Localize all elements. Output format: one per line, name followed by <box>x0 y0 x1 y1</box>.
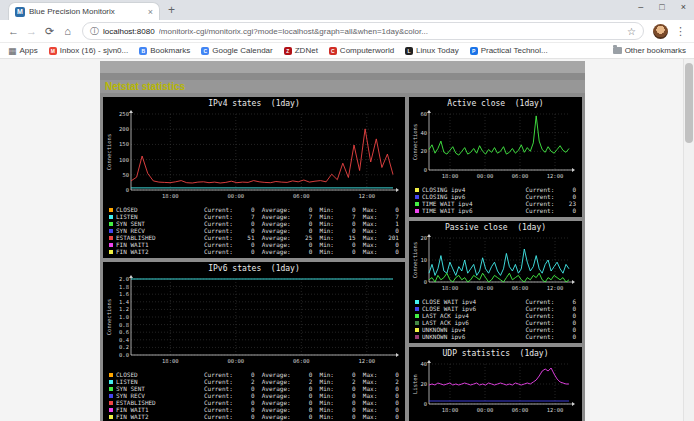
svg-text:1.8: 1.8 <box>119 284 129 290</box>
legend-row: SYN_SENTCurrent: 0 Average: 0 Min: 0 Max… <box>105 220 403 227</box>
legend-color-swatch <box>415 188 419 192</box>
svg-text:20: 20 <box>420 148 427 154</box>
legend-row: ESTABLISHEDCurrent: 51 Average: 25 Min: … <box>105 234 403 241</box>
svg-text:1.4: 1.4 <box>119 299 130 305</box>
charts-right-column: Active close (1day) 020406018:0000:0006:… <box>409 97 582 421</box>
chart-udp-statistics[interactable]: UDP statistics (1day) 0204018:0000:0006:… <box>409 347 582 421</box>
chart-title: Active close (1day) <box>411 99 580 109</box>
scrollbar-thumb[interactable] <box>685 63 693 143</box>
browser-menu-icon[interactable]: ⋮ <box>672 25 689 38</box>
legend-color-swatch <box>415 335 419 339</box>
legend-label: SYN_RECV <box>116 227 188 234</box>
svg-text:40: 40 <box>420 130 427 136</box>
bookmark-item[interactable]: LLinux Today <box>405 46 459 55</box>
svg-text:0: 0 <box>424 167 427 173</box>
svg-text:200: 200 <box>119 126 129 132</box>
bookmark-label: Computerworld <box>340 46 394 55</box>
svg-text:0: 0 <box>424 279 427 285</box>
chart-legend: CLOSING ipv4Current: 0CLOSING ipv6Curren… <box>411 186 580 214</box>
legend-color-swatch <box>415 202 419 206</box>
chart-title: UDP statistics (1day) <box>411 349 580 359</box>
new-tab-button[interactable]: + <box>168 1 175 19</box>
browser-tab-strip: M Blue Precision Monitorix × + – □ × <box>0 0 694 20</box>
page-info-icon[interactable]: ⓘ <box>90 25 99 38</box>
legend-values: Current: 0 Average: 0 Min: 0 Max: 0 <box>204 227 403 234</box>
legend-values: Current: 0 Average: 0 Min: 0 Max: 0 <box>204 406 403 413</box>
legend-label: FIN_WAIT2 <box>116 248 188 255</box>
other-bookmarks-button[interactable]: Other bookmarks <box>613 46 686 55</box>
svg-text:06:00: 06:00 <box>293 193 310 199</box>
bookmark-item[interactable]: ZZDNet <box>284 46 318 55</box>
legend-row: FIN_WAIT1Current: 0 Average: 0 Min: 0 Ma… <box>105 406 403 413</box>
chart-ipv6-states[interactable]: IPv6 states (1day) 0.00.20.40.60.81.01.2… <box>103 262 405 421</box>
legend-values: Current: 0 <box>525 186 580 193</box>
legend-label: LAST_ACK ipv4 <box>422 312 486 319</box>
legend-color-swatch <box>109 394 113 398</box>
bookmark-item[interactable]: CGoogle Calendar <box>201 46 272 55</box>
legend-color-swatch <box>415 328 419 332</box>
bookmark-item[interactable]: PPractical Technol... <box>470 46 548 55</box>
chart-title: IPv6 states (1day) <box>105 264 403 274</box>
legend-row: CLOSING ipv6Current: 0 <box>411 193 580 200</box>
svg-text:2.0: 2.0 <box>119 276 129 282</box>
legend-color-swatch <box>109 208 113 212</box>
browser-tab[interactable]: M Blue Precision Monitorix × <box>8 2 160 20</box>
legend-label: ESTABLISHED <box>116 234 188 241</box>
page-scrollbar[interactable] <box>683 59 694 421</box>
apps-grid-icon: ▦ <box>8 47 17 55</box>
chart-ipv4-states[interactable]: IPv4 states (1day) 05010015020025018:000… <box>103 97 405 258</box>
svg-text:00:00: 00:00 <box>477 407 494 413</box>
legend-row: CLOSEDCurrent: 0 Average: 0 Min: 0 Max: … <box>105 371 403 378</box>
bookmarks-bar: ▦AppsMInbox (16) - sjvn0...BBookmarksCGo… <box>0 43 694 59</box>
legend-row: SYN_SENTCurrent: 0 Average: 0 Min: 0 Max… <box>105 385 403 392</box>
chart-canvas: 0.00.20.40.60.81.01.21.41.61.82.018:0000… <box>105 274 403 366</box>
svg-text:18:00: 18:00 <box>162 193 179 199</box>
home-button-icon[interactable]: ⌂ <box>59 21 76 41</box>
legend-label: SYN_SENT <box>116 220 188 227</box>
svg-text:Connections: Connections <box>106 134 112 170</box>
tab-close-icon[interactable]: × <box>146 7 153 17</box>
svg-text:00:00: 00:00 <box>477 285 494 291</box>
chart-active-close[interactable]: Active close (1day) 020406018:0000:0006:… <box>409 97 582 217</box>
close-button[interactable]: × <box>681 2 686 12</box>
bookmark-item[interactable]: MInbox (16) - sjvn0... <box>49 46 128 55</box>
svg-text:100: 100 <box>119 157 129 163</box>
chart-title: Passive close (1day) <box>411 223 580 233</box>
page-viewport: Netstat statistics IPv4 states (1day) 05… <box>0 59 694 421</box>
chart-canvas: 0102018:0000:0006:0012:00Connections <box>411 233 579 293</box>
other-bookmarks-label: Other bookmarks <box>625 46 686 55</box>
svg-text:12:00: 12:00 <box>359 193 376 199</box>
legend-values: Current: 0 Average: 0 Min: 0 Max: 0 <box>204 248 403 255</box>
svg-text:06:00: 06:00 <box>293 358 310 364</box>
url-path: /monitorix-cgi/monitorix.cgi?mode=localh… <box>159 27 623 36</box>
legend-row: CLOSEDCurrent: 0 Average: 0 Min: 0 Max: … <box>105 206 403 213</box>
bookmark-item[interactable]: CComputerworld <box>329 46 394 55</box>
bookmark-label: Google Calendar <box>212 46 272 55</box>
bookmark-label: Linux Today <box>416 46 459 55</box>
back-button-icon[interactable]: ← <box>5 21 22 41</box>
chart-passive-close[interactable]: Passive close (1day) 0102018:0000:0006:0… <box>409 221 582 343</box>
window-controls: – □ × <box>638 2 686 12</box>
bookmark-label: ZDNet <box>295 46 318 55</box>
legend-values: Current: 0 <box>525 207 580 214</box>
chart-legend: CLOSEDCurrent: 0 Average: 0 Min: 0 Max: … <box>105 206 403 255</box>
svg-text:40: 40 <box>420 361 427 367</box>
bookmark-item[interactable]: BBookmarks <box>139 46 190 55</box>
legend-values: Current: 0 <box>525 193 580 200</box>
legend-color-swatch <box>109 229 113 233</box>
legend-color-swatch <box>415 307 419 311</box>
svg-text:18:00: 18:00 <box>442 173 459 179</box>
forward-button-icon[interactable]: → <box>23 21 40 41</box>
svg-text:1.0: 1.0 <box>119 314 129 320</box>
bookmark-item[interactable]: ▦Apps <box>8 46 38 55</box>
maximize-button[interactable]: □ <box>659 2 664 12</box>
address-bar[interactable]: ⓘ localhost:8080 /monitorix-cgi/monitori… <box>82 22 644 40</box>
reload-button-icon[interactable]: ⟳ <box>41 21 58 41</box>
profile-avatar[interactable] <box>653 24 668 39</box>
bookmark-label: Bookmarks <box>150 46 190 55</box>
svg-text:0: 0 <box>424 401 427 407</box>
minimize-button[interactable]: – <box>638 2 643 12</box>
legend-values: Current: 0 Average: 0 Min: 0 Max: 0 <box>204 413 403 420</box>
bookmark-star-icon[interactable]: ☆ <box>627 26 636 37</box>
svg-text:12:00: 12:00 <box>547 407 564 413</box>
